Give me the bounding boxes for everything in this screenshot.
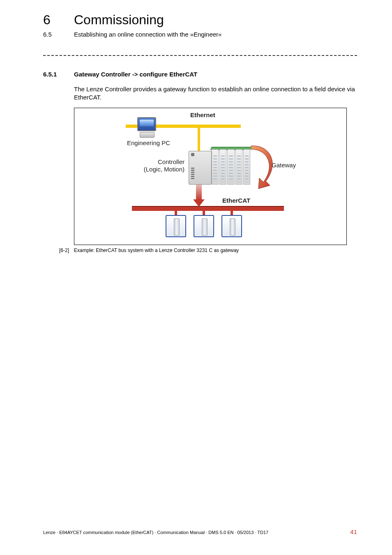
- section-number: 6.5: [43, 31, 74, 38]
- engineering-pc-icon: [137, 117, 156, 138]
- figure: Ethernet Engineering PC Controller (Logi…: [74, 108, 347, 245]
- svg-rect-5: [132, 207, 284, 211]
- subsection-number: 6.5.1: [43, 71, 74, 78]
- label-ethercat: EtherCAT: [222, 197, 250, 204]
- label-gateway: Gateway: [272, 162, 296, 169]
- label-controller-2: (Logic, Motion): [143, 166, 184, 173]
- chapter-number: 6: [43, 12, 74, 28]
- body-paragraph: The Lenze Controller provides a gateway …: [74, 85, 357, 102]
- figure-caption-number: [6-2]: [43, 247, 74, 253]
- page-number: 41: [350, 528, 357, 535]
- slave-module-icon: [221, 215, 242, 237]
- divider: [43, 55, 357, 56]
- chapter-title: Commissioning: [74, 12, 164, 28]
- section-title: Establishing an online connection with t…: [74, 31, 221, 38]
- svg-rect-4: [198, 128, 200, 151]
- svg-rect-6: [132, 206, 284, 207]
- figure-caption-text: Example: EtherCAT bus system with a Lenz…: [74, 247, 239, 253]
- label-ethernet: Ethernet: [190, 111, 215, 118]
- footer-text: Lenze · E84AYCET communication module (E…: [43, 530, 268, 535]
- slave-module-icon: [194, 215, 214, 237]
- label-engineering-pc: Engineering PC: [127, 139, 170, 146]
- svg-marker-8: [193, 199, 205, 207]
- svg-rect-7: [196, 185, 202, 200]
- subsection-title: Gateway Controller -> configure EtherCAT: [74, 71, 197, 78]
- controller-icon: [189, 149, 250, 185]
- slave-module-icon: [166, 215, 186, 237]
- label-controller-1: Controller: [145, 158, 184, 165]
